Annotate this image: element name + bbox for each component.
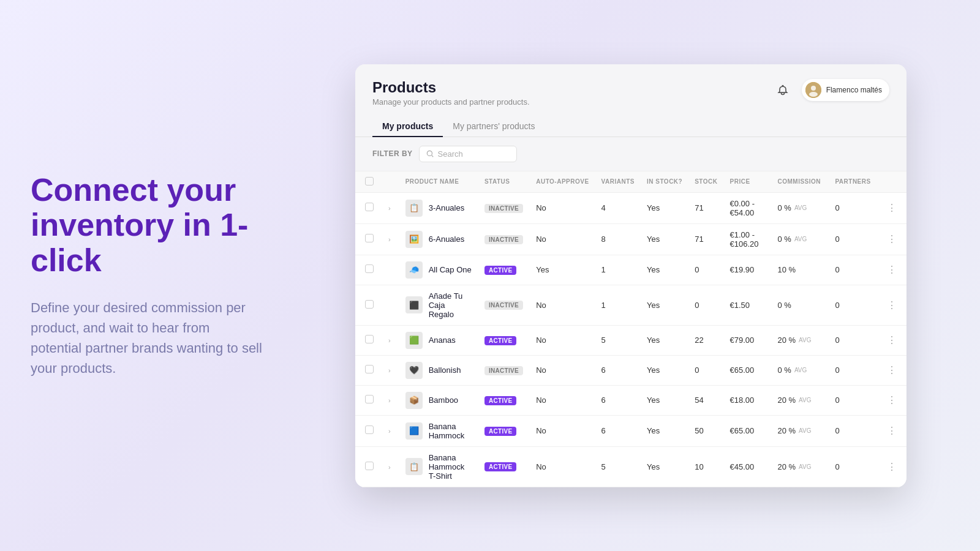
more-actions-6[interactable]: ⋮ [883, 394, 900, 407]
commission-type-0: AVG [794, 204, 807, 211]
in-stock-5: Yes [641, 355, 688, 385]
variants-5: 6 [595, 355, 641, 385]
page-title: Products [372, 79, 530, 96]
commission-value-1: 0 % [777, 234, 791, 244]
page-subtitle: Manage your products and partner product… [372, 97, 530, 107]
table-row: › 📋 Banana Hammock T-Shirt ACTIVE No 5 Y… [355, 446, 907, 487]
commission-type-5: AVG [794, 367, 807, 373]
commission-value-7: 20 % [777, 426, 796, 435]
hero-description: Define your desired commission per produ… [31, 298, 263, 378]
row-checkbox-3[interactable] [365, 300, 374, 309]
auto-approve-5: No [530, 355, 595, 385]
avatar [805, 82, 821, 98]
col-header-price: PRICE [724, 171, 772, 192]
more-actions-3[interactable]: ⋮ [883, 299, 900, 312]
select-all-checkbox[interactable] [365, 177, 374, 186]
variants-0: 4 [595, 192, 641, 223]
notification-bell-button[interactable] [772, 80, 793, 100]
hero-title: Connect your inventory in 1-click [31, 173, 263, 278]
commission-cell-6: 20 % AVG [777, 395, 823, 405]
commission-cell-8: 20 % AVG [777, 462, 823, 471]
expand-row-8[interactable]: › [386, 462, 393, 472]
app-header: Products Manage your products and partne… [355, 64, 907, 107]
search-box[interactable]: Search [419, 146, 517, 162]
commission-cell-4: 20 % AVG [777, 335, 823, 345]
user-name: Flamenco maltés [826, 86, 882, 94]
in-stock-4: Yes [641, 325, 688, 355]
expand-row-4[interactable]: › [386, 335, 393, 345]
status-badge-4: ACTIVE [484, 336, 516, 345]
product-thumb-6: 📦 [405, 392, 423, 409]
commission-type-6: AVG [799, 397, 811, 403]
table-row: › 📦 Bamboo ACTIVE No 6 Yes 54 €18.00 20 … [355, 385, 907, 415]
tab-my-products[interactable]: My products [372, 116, 443, 137]
product-thumb-8: 📋 [405, 458, 423, 475]
table-row: ⬛ Añade Tu Caja Regalo INACTIVE No 1 Yes… [355, 285, 907, 325]
row-checkbox-4[interactable] [365, 335, 374, 343]
partners-5: 0 [829, 355, 877, 385]
row-checkbox-0[interactable] [365, 203, 374, 211]
auto-approve-4: No [530, 325, 595, 355]
col-header-variants: VARIANTS [595, 171, 641, 192]
more-actions-2[interactable]: ⋮ [883, 263, 900, 276]
expand-row-0[interactable]: › [386, 203, 393, 213]
status-badge-0: INACTIVE [484, 204, 523, 213]
partners-0: 0 [829, 192, 877, 223]
row-checkbox-5[interactable] [365, 365, 374, 373]
tab-partners-products[interactable]: My partners' products [443, 116, 545, 137]
price-7: €65.00 [724, 415, 772, 446]
commission-type-1: AVG [794, 236, 807, 242]
in-stock-3: Yes [641, 285, 688, 325]
more-actions-1[interactable]: ⋮ [883, 233, 900, 246]
row-checkbox-7[interactable] [365, 425, 374, 434]
more-actions-0[interactable]: ⋮ [883, 201, 900, 214]
expand-row-1[interactable]: › [386, 234, 393, 244]
in-stock-8: Yes [641, 446, 688, 487]
expand-row-6[interactable]: › [386, 395, 393, 405]
more-actions-5[interactable]: ⋮ [883, 364, 900, 377]
row-checkbox-2[interactable] [365, 264, 374, 273]
col-header-auto-approve: AUTO-APPROVE [530, 171, 595, 192]
table-row: › 🟩 Ananas ACTIVE No 5 Yes 22 €79.00 20 … [355, 325, 907, 355]
user-badge[interactable]: Flamenco maltés [802, 79, 889, 101]
header-right: Flamenco maltés [772, 79, 889, 101]
expand-row-5[interactable]: › [386, 365, 393, 375]
status-badge-1: INACTIVE [484, 235, 523, 244]
product-name-4: Ananas [429, 335, 456, 345]
stock-2: 0 [688, 255, 723, 285]
row-checkbox-6[interactable] [365, 395, 374, 403]
filter-bar: FILTER BY Search [355, 137, 907, 171]
commission-value-3: 0 % [777, 301, 791, 310]
row-checkbox-1[interactable] [365, 234, 374, 242]
stock-8: 10 [688, 446, 723, 487]
expand-row-7[interactable]: › [386, 426, 393, 436]
partners-6: 0 [829, 385, 877, 415]
product-cell-2: 🧢 All Cap One [405, 261, 472, 279]
col-header-product-name: PRODUCT NAME [399, 171, 478, 192]
partners-1: 0 [829, 223, 877, 255]
in-stock-6: Yes [641, 385, 688, 415]
more-actions-7[interactable]: ⋮ [883, 424, 900, 437]
product-thumb-1: 🖼️ [405, 231, 423, 248]
col-header-stock: STOCK [688, 171, 723, 192]
commission-cell-7: 20 % AVG [777, 426, 823, 435]
variants-6: 6 [595, 385, 641, 415]
status-badge-5: INACTIVE [484, 366, 523, 375]
product-cell-1: 🖼️ 6-Anuales [405, 231, 472, 248]
commission-type-7: AVG [799, 427, 811, 434]
variants-1: 8 [595, 223, 641, 255]
row-checkbox-8[interactable] [365, 462, 374, 470]
more-actions-4[interactable]: ⋮ [883, 334, 900, 347]
commission-value-2: 10 % [777, 265, 796, 274]
auto-approve-2: Yes [530, 255, 595, 285]
avatar-icon [805, 82, 821, 98]
more-actions-8[interactable]: ⋮ [883, 460, 900, 473]
products-table-container: PRODUCT NAME STATUS AUTO-APPROVE VARIANT… [355, 171, 907, 487]
price-2: €19.90 [724, 255, 772, 285]
in-stock-1: Yes [641, 223, 688, 255]
in-stock-2: Yes [641, 255, 688, 285]
product-thumb-4: 🟩 [405, 332, 423, 349]
price-3: €1.50 [724, 285, 772, 325]
variants-2: 1 [595, 255, 641, 285]
in-stock-0: Yes [641, 192, 688, 223]
